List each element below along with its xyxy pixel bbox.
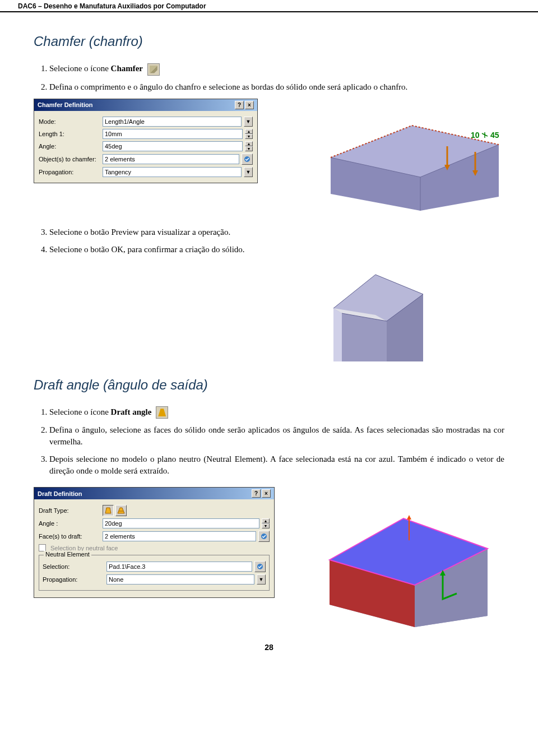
pick-icon[interactable] [242,154,253,165]
mode-select[interactable]: Length1/Angle [103,117,242,127]
group-title: Neutral Element [44,551,91,558]
spin-up-icon[interactable]: ▲ [245,129,253,134]
section-title-draft: Draft angle (ângulo de saída) [34,377,504,393]
chamfer-preview-illustration: 10 45 [303,99,504,211]
chamfer-result-illustration [303,244,448,361]
step-1: Selecione o ícone Chamfer [49,63,504,76]
step-3: Selecione o botão Preview para visualiza… [49,226,504,238]
page-number: 28 [34,643,504,652]
draft-type-constant-icon[interactable] [103,505,114,516]
help-button[interactable]: ? [235,101,244,109]
chevron-down-icon[interactable]: ▼ [244,167,253,177]
draft-illustration [303,487,504,627]
close-button[interactable]: × [245,101,254,109]
selection-by-neutral-label: Selection by neutral face [50,545,118,551]
step-2: Defina o comprimento e o ângulo do chanf… [49,81,504,93]
spin-down-icon[interactable]: ▼ [245,146,253,151]
draft-step-1-text: Selecione o ícone [49,407,111,416]
step-1-bold: Chamfer [111,64,143,73]
neutral-propagation-select[interactable]: None [106,574,254,585]
propagation-label: Propagation: [39,169,100,175]
selection-field[interactable]: Pad.1\Face.3 [106,562,252,572]
angle-input[interactable]: 45deg [103,141,243,151]
spin-up-icon[interactable]: ▲ [245,141,253,146]
chevron-down-icon[interactable]: ▼ [244,117,253,127]
svg-marker-12 [333,308,342,361]
faces-field[interactable]: 2 elements [103,531,256,541]
svg-marker-20 [105,508,111,513]
object-label: Object(s) to chamfer: [39,156,100,163]
mode-label: Mode: [39,118,100,125]
draft-type-label: Draft Type: [39,507,100,514]
spin-up-icon[interactable]: ▲ [262,518,270,523]
dialog-titlebar: Draft Definition ? × [34,488,274,499]
neutral-element-group: Neutral Element Selection: Pad.1\Face.3 … [39,555,270,591]
close-button[interactable]: × [262,489,271,498]
dialog-titlebar: Chamfer Definition ? × [34,99,257,111]
page-header: DAC6 – Desenho e Manufatura Auxiliados p… [0,0,538,12]
propagation-select[interactable]: Tangency [103,167,242,177]
faces-label: Face(s) to draft: [39,533,100,540]
spin-down-icon[interactable]: ▼ [245,134,253,139]
selection-label: Selection: [43,563,104,570]
spin-down-icon[interactable]: ▼ [262,523,270,528]
object-field[interactable]: 2 elements [103,154,239,164]
section-title-chamfer: Chamfer (chanfro) [34,34,504,49]
dim-10: 10 [471,131,480,140]
svg-marker-21 [118,508,124,513]
chamfer-definition-dialog: Chamfer Definition ? × Mode: Length1/Ang… [34,99,258,183]
dialog-title: Chamfer Definition [38,101,92,108]
draft-step-1: Selecione o ícone Draft angle [49,406,504,419]
help-button[interactable]: ? [252,489,261,498]
pick-icon[interactable] [258,531,270,542]
angle-label: Angle: [39,143,100,150]
svg-marker-13 [342,313,387,361]
svg-marker-30 [407,515,411,520]
draft-definition-dialog: Draft Definition ? × Draft Type: [34,487,275,598]
neutral-propagation-label: Propagation: [43,576,104,583]
draft-angle-label: Angle : [39,520,100,527]
chevron-down-icon[interactable]: ▼ [257,574,266,585]
draft-step-3: Depois selecione no modelo o plano neutr… [49,453,504,477]
draft-step-2: Defina o ângulo, selecione as faces do s… [49,424,504,448]
length-label: Length 1: [39,131,100,137]
draft-angle-input[interactable]: 20deg [103,518,259,528]
chamfer-tool-icon [147,63,160,76]
pick-icon[interactable] [254,561,266,572]
draft-tool-icon [156,406,168,419]
draft-step-1-bold: Draft angle [111,407,152,416]
dialog-title: Draft Definition [38,490,82,497]
step-4: Selecione o botão OK, para confirmar a c… [49,244,280,256]
dim-45: 45 [490,131,499,140]
length-input[interactable]: 10mm [103,129,243,139]
draft-type-variable-icon[interactable] [115,505,127,516]
step-1-text: Selecione o ícone [49,64,111,73]
